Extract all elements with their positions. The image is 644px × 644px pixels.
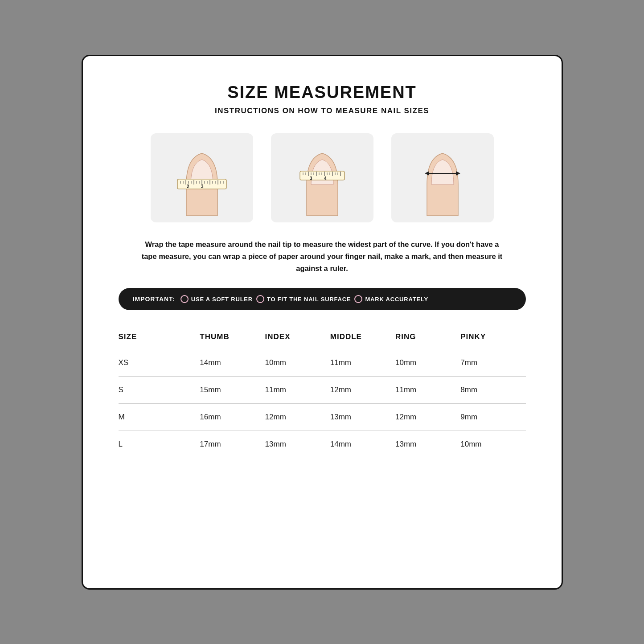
table-row: L17mm13mm14mm13mm10mm xyxy=(119,431,526,458)
table-cell-r2-c0: M xyxy=(119,404,200,431)
col-header-size: SIZE xyxy=(119,328,200,349)
col-header-pinky: PINKY xyxy=(460,328,525,349)
svg-marker-40 xyxy=(456,171,460,176)
header-row: SIZE THUMB INDEX MIDDLE RING PINKY xyxy=(119,328,526,349)
table-cell-r3-c1: 17mm xyxy=(200,431,265,458)
table-row: XS14mm10mm11mm10mm7mm xyxy=(119,349,526,377)
important-text-2: TO FIT THE NAIL SURFACE xyxy=(267,296,351,303)
svg-text:3: 3 xyxy=(201,184,204,189)
col-header-ring: RING xyxy=(395,328,460,349)
important-text-1: USE A SOFT RULER xyxy=(191,296,253,303)
table-cell-r2-c1: 16mm xyxy=(200,404,265,431)
svg-text:3: 3 xyxy=(310,176,312,181)
size-table: SIZE THUMB INDEX MIDDLE RING PINKY XS14m… xyxy=(119,328,526,458)
page-subtitle: INSTRUCTIONS ON HOW TO MEASURE NAIL SIZE… xyxy=(119,107,526,115)
table-cell-r3-c0: L xyxy=(119,431,200,458)
table-cell-r1-c4: 11mm xyxy=(395,377,460,404)
col-header-index: INDEX xyxy=(265,328,330,349)
table-cell-r0-c4: 10mm xyxy=(395,349,460,377)
important-item-3: MARK ACCURATELY xyxy=(354,295,428,303)
table-cell-r0-c0: XS xyxy=(119,349,200,377)
col-header-middle: MIDDLE xyxy=(330,328,395,349)
table-cell-r2-c4: 12mm xyxy=(395,404,460,431)
table-row: S15mm11mm12mm11mm8mm xyxy=(119,377,526,404)
table-cell-r2-c5: 9mm xyxy=(460,404,525,431)
table-cell-r1-c2: 11mm xyxy=(265,377,330,404)
table-cell-r3-c4: 13mm xyxy=(395,431,460,458)
table-cell-r3-c3: 14mm xyxy=(330,431,395,458)
nail-illustration-2: 3 4 xyxy=(271,133,373,222)
svg-text:4: 4 xyxy=(324,176,327,181)
important-label: IMPORTANT: xyxy=(133,295,175,303)
nail-illustration-3 xyxy=(391,133,494,222)
important-circle-3 xyxy=(354,295,362,303)
nail-illustration-1: 2 3 xyxy=(151,133,253,222)
important-item-2: TO FIT THE NAIL SURFACE xyxy=(256,295,351,303)
table-cell-r3-c5: 10mm xyxy=(460,431,525,458)
table-cell-r2-c3: 13mm xyxy=(330,404,395,431)
important-item-1: USE A SOFT RULER xyxy=(180,295,253,303)
important-text-3: MARK ACCURATELY xyxy=(365,296,428,303)
main-card: SIZE MEASUREMENT INSTRUCTIONS ON HOW TO … xyxy=(82,55,563,590)
table-body: XS14mm10mm11mm10mm7mmS15mm11mm12mm11mm8m… xyxy=(119,349,526,458)
svg-text:2: 2 xyxy=(187,184,189,189)
table-cell-r1-c1: 15mm xyxy=(200,377,265,404)
table-cell-r1-c0: S xyxy=(119,377,200,404)
nail-illustrations: 2 3 xyxy=(119,133,526,222)
table-row: M16mm12mm13mm12mm9mm xyxy=(119,404,526,431)
table-cell-r0-c1: 14mm xyxy=(200,349,265,377)
description-text: Wrap the tape measure around the nail ti… xyxy=(139,238,505,275)
table-cell-r1-c3: 12mm xyxy=(330,377,395,404)
important-bar: IMPORTANT: USE A SOFT RULER TO FIT THE N… xyxy=(119,288,526,310)
page-title: SIZE MEASUREMENT xyxy=(119,83,526,102)
important-circle-1 xyxy=(180,295,189,303)
table-cell-r1-c5: 8mm xyxy=(460,377,525,404)
table-cell-r0-c2: 10mm xyxy=(265,349,330,377)
important-circle-2 xyxy=(256,295,264,303)
table-cell-r3-c2: 13mm xyxy=(265,431,330,458)
table-cell-r0-c5: 7mm xyxy=(460,349,525,377)
col-header-thumb: THUMB xyxy=(200,328,265,349)
svg-marker-39 xyxy=(425,171,429,176)
table-header: SIZE THUMB INDEX MIDDLE RING PINKY xyxy=(119,328,526,349)
table-cell-r2-c2: 12mm xyxy=(265,404,330,431)
table-cell-r0-c3: 11mm xyxy=(330,349,395,377)
